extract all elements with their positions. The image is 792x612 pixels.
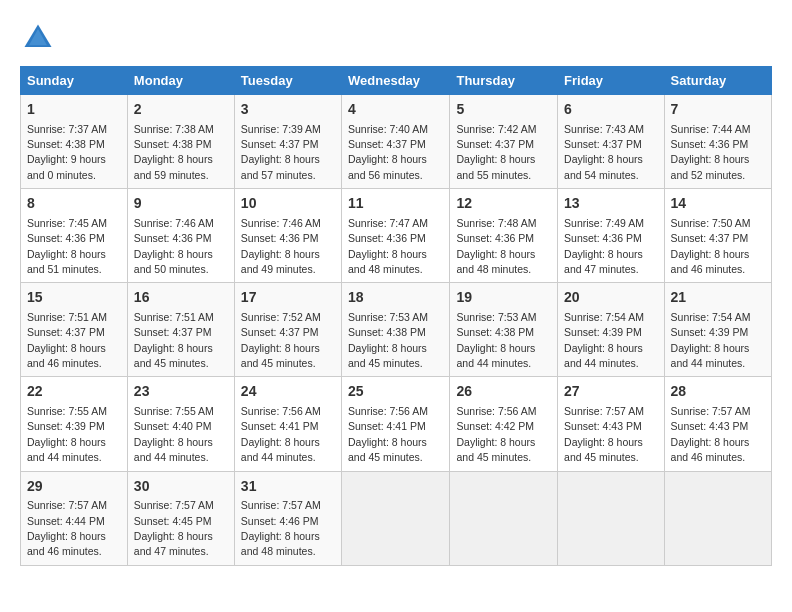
week-row-1: 1Sunrise: 7:37 AM Sunset: 4:38 PM Daylig… xyxy=(21,95,772,189)
day-number: 27 xyxy=(564,382,657,402)
calendar-cell: 29Sunrise: 7:57 AM Sunset: 4:44 PM Dayli… xyxy=(21,471,128,565)
calendar-table: SundayMondayTuesdayWednesdayThursdayFrid… xyxy=(20,66,772,566)
calendar-cell: 20Sunrise: 7:54 AM Sunset: 4:39 PM Dayli… xyxy=(558,283,664,377)
week-row-5: 29Sunrise: 7:57 AM Sunset: 4:44 PM Dayli… xyxy=(21,471,772,565)
calendar-cell: 13Sunrise: 7:49 AM Sunset: 4:36 PM Dayli… xyxy=(558,189,664,283)
header-day-friday: Friday xyxy=(558,67,664,95)
day-info: Sunrise: 7:57 AM Sunset: 4:43 PM Dayligh… xyxy=(671,405,751,463)
day-number: 18 xyxy=(348,288,443,308)
calendar-cell: 19Sunrise: 7:53 AM Sunset: 4:38 PM Dayli… xyxy=(450,283,558,377)
day-info: Sunrise: 7:56 AM Sunset: 4:41 PM Dayligh… xyxy=(348,405,428,463)
day-info: Sunrise: 7:39 AM Sunset: 4:37 PM Dayligh… xyxy=(241,123,321,181)
calendar-cell: 22Sunrise: 7:55 AM Sunset: 4:39 PM Dayli… xyxy=(21,377,128,471)
day-number: 21 xyxy=(671,288,765,308)
calendar-cell: 10Sunrise: 7:46 AM Sunset: 4:36 PM Dayli… xyxy=(234,189,341,283)
calendar-cell: 5Sunrise: 7:42 AM Sunset: 4:37 PM Daylig… xyxy=(450,95,558,189)
day-info: Sunrise: 7:57 AM Sunset: 4:45 PM Dayligh… xyxy=(134,499,214,557)
day-info: Sunrise: 7:44 AM Sunset: 4:36 PM Dayligh… xyxy=(671,123,751,181)
day-info: Sunrise: 7:55 AM Sunset: 4:40 PM Dayligh… xyxy=(134,405,214,463)
day-number: 3 xyxy=(241,100,335,120)
day-number: 9 xyxy=(134,194,228,214)
day-info: Sunrise: 7:53 AM Sunset: 4:38 PM Dayligh… xyxy=(348,311,428,369)
calendar-cell: 16Sunrise: 7:51 AM Sunset: 4:37 PM Dayli… xyxy=(127,283,234,377)
calendar-cell: 31Sunrise: 7:57 AM Sunset: 4:46 PM Dayli… xyxy=(234,471,341,565)
calendar-cell: 23Sunrise: 7:55 AM Sunset: 4:40 PM Dayli… xyxy=(127,377,234,471)
calendar-cell: 11Sunrise: 7:47 AM Sunset: 4:36 PM Dayli… xyxy=(342,189,450,283)
calendar-cell: 21Sunrise: 7:54 AM Sunset: 4:39 PM Dayli… xyxy=(664,283,771,377)
header-day-sunday: Sunday xyxy=(21,67,128,95)
day-info: Sunrise: 7:40 AM Sunset: 4:37 PM Dayligh… xyxy=(348,123,428,181)
logo-icon xyxy=(20,20,56,56)
day-number: 12 xyxy=(456,194,551,214)
day-info: Sunrise: 7:48 AM Sunset: 4:36 PM Dayligh… xyxy=(456,217,536,275)
day-number: 31 xyxy=(241,477,335,497)
day-info: Sunrise: 7:57 AM Sunset: 4:46 PM Dayligh… xyxy=(241,499,321,557)
header-day-tuesday: Tuesday xyxy=(234,67,341,95)
day-number: 17 xyxy=(241,288,335,308)
calendar-cell: 27Sunrise: 7:57 AM Sunset: 4:43 PM Dayli… xyxy=(558,377,664,471)
day-number: 14 xyxy=(671,194,765,214)
week-row-2: 8Sunrise: 7:45 AM Sunset: 4:36 PM Daylig… xyxy=(21,189,772,283)
day-info: Sunrise: 7:49 AM Sunset: 4:36 PM Dayligh… xyxy=(564,217,644,275)
header-day-monday: Monday xyxy=(127,67,234,95)
day-info: Sunrise: 7:51 AM Sunset: 4:37 PM Dayligh… xyxy=(27,311,107,369)
day-info: Sunrise: 7:54 AM Sunset: 4:39 PM Dayligh… xyxy=(671,311,751,369)
day-info: Sunrise: 7:38 AM Sunset: 4:38 PM Dayligh… xyxy=(134,123,214,181)
day-number: 2 xyxy=(134,100,228,120)
day-number: 24 xyxy=(241,382,335,402)
day-info: Sunrise: 7:53 AM Sunset: 4:38 PM Dayligh… xyxy=(456,311,536,369)
calendar-cell xyxy=(664,471,771,565)
calendar-cell: 1Sunrise: 7:37 AM Sunset: 4:38 PM Daylig… xyxy=(21,95,128,189)
day-info: Sunrise: 7:46 AM Sunset: 4:36 PM Dayligh… xyxy=(241,217,321,275)
day-info: Sunrise: 7:43 AM Sunset: 4:37 PM Dayligh… xyxy=(564,123,644,181)
calendar-cell: 12Sunrise: 7:48 AM Sunset: 4:36 PM Dayli… xyxy=(450,189,558,283)
day-info: Sunrise: 7:57 AM Sunset: 4:43 PM Dayligh… xyxy=(564,405,644,463)
calendar-cell: 7Sunrise: 7:44 AM Sunset: 4:36 PM Daylig… xyxy=(664,95,771,189)
day-info: Sunrise: 7:50 AM Sunset: 4:37 PM Dayligh… xyxy=(671,217,751,275)
day-number: 10 xyxy=(241,194,335,214)
calendar-cell: 26Sunrise: 7:56 AM Sunset: 4:42 PM Dayli… xyxy=(450,377,558,471)
day-info: Sunrise: 7:42 AM Sunset: 4:37 PM Dayligh… xyxy=(456,123,536,181)
calendar-cell: 25Sunrise: 7:56 AM Sunset: 4:41 PM Dayli… xyxy=(342,377,450,471)
day-info: Sunrise: 7:45 AM Sunset: 4:36 PM Dayligh… xyxy=(27,217,107,275)
calendar-cell: 4Sunrise: 7:40 AM Sunset: 4:37 PM Daylig… xyxy=(342,95,450,189)
calendar-cell: 9Sunrise: 7:46 AM Sunset: 4:36 PM Daylig… xyxy=(127,189,234,283)
day-info: Sunrise: 7:55 AM Sunset: 4:39 PM Dayligh… xyxy=(27,405,107,463)
day-info: Sunrise: 7:46 AM Sunset: 4:36 PM Dayligh… xyxy=(134,217,214,275)
day-number: 16 xyxy=(134,288,228,308)
day-info: Sunrise: 7:47 AM Sunset: 4:36 PM Dayligh… xyxy=(348,217,428,275)
calendar-cell: 2Sunrise: 7:38 AM Sunset: 4:38 PM Daylig… xyxy=(127,95,234,189)
calendar-cell: 30Sunrise: 7:57 AM Sunset: 4:45 PM Dayli… xyxy=(127,471,234,565)
week-row-3: 15Sunrise: 7:51 AM Sunset: 4:37 PM Dayli… xyxy=(21,283,772,377)
header-day-wednesday: Wednesday xyxy=(342,67,450,95)
header-day-saturday: Saturday xyxy=(664,67,771,95)
day-number: 8 xyxy=(27,194,121,214)
header-row: SundayMondayTuesdayWednesdayThursdayFrid… xyxy=(21,67,772,95)
day-info: Sunrise: 7:51 AM Sunset: 4:37 PM Dayligh… xyxy=(134,311,214,369)
day-number: 26 xyxy=(456,382,551,402)
calendar-cell: 6Sunrise: 7:43 AM Sunset: 4:37 PM Daylig… xyxy=(558,95,664,189)
logo xyxy=(20,20,62,56)
day-number: 1 xyxy=(27,100,121,120)
calendar-cell xyxy=(342,471,450,565)
calendar-cell: 24Sunrise: 7:56 AM Sunset: 4:41 PM Dayli… xyxy=(234,377,341,471)
day-info: Sunrise: 7:56 AM Sunset: 4:42 PM Dayligh… xyxy=(456,405,536,463)
day-number: 20 xyxy=(564,288,657,308)
calendar-cell: 14Sunrise: 7:50 AM Sunset: 4:37 PM Dayli… xyxy=(664,189,771,283)
calendar-cell: 15Sunrise: 7:51 AM Sunset: 4:37 PM Dayli… xyxy=(21,283,128,377)
day-number: 19 xyxy=(456,288,551,308)
day-info: Sunrise: 7:56 AM Sunset: 4:41 PM Dayligh… xyxy=(241,405,321,463)
calendar-cell xyxy=(450,471,558,565)
calendar-cell: 3Sunrise: 7:39 AM Sunset: 4:37 PM Daylig… xyxy=(234,95,341,189)
calendar-cell: 28Sunrise: 7:57 AM Sunset: 4:43 PM Dayli… xyxy=(664,377,771,471)
day-info: Sunrise: 7:52 AM Sunset: 4:37 PM Dayligh… xyxy=(241,311,321,369)
day-number: 30 xyxy=(134,477,228,497)
calendar-cell: 8Sunrise: 7:45 AM Sunset: 4:36 PM Daylig… xyxy=(21,189,128,283)
day-number: 15 xyxy=(27,288,121,308)
day-number: 5 xyxy=(456,100,551,120)
day-number: 6 xyxy=(564,100,657,120)
day-number: 22 xyxy=(27,382,121,402)
day-number: 29 xyxy=(27,477,121,497)
day-number: 23 xyxy=(134,382,228,402)
week-row-4: 22Sunrise: 7:55 AM Sunset: 4:39 PM Dayli… xyxy=(21,377,772,471)
